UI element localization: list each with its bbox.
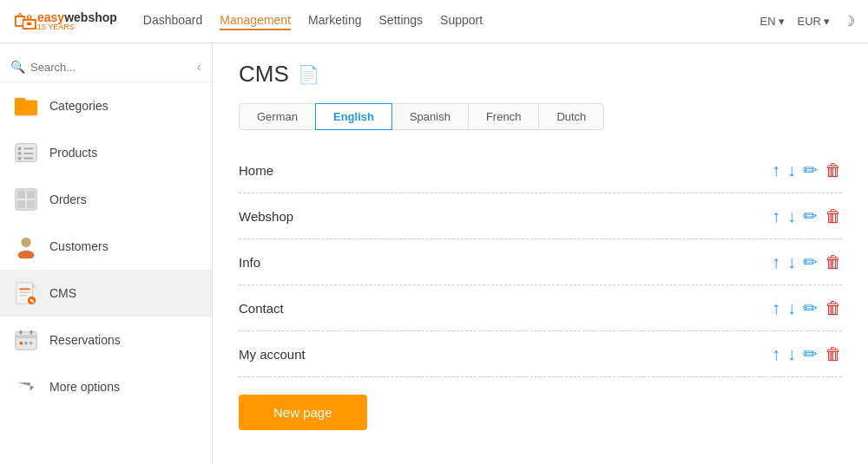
cms-icon: ✎ [13, 280, 39, 306]
reservations-icon [13, 327, 39, 353]
svg-rect-24 [16, 335, 36, 338]
svg-rect-3 [18, 147, 22, 150]
page-title-row: CMS 📄 [239, 61, 842, 88]
svg-marker-17 [32, 283, 36, 288]
nav-right: EN ▾ EUR ▾ ☽ [760, 13, 855, 29]
move-down-webshop-button[interactable]: ↓ [787, 206, 796, 226]
cms-row-label-myaccount: My account [239, 347, 306, 362]
sidebar-label-orders: Orders [49, 193, 87, 206]
move-up-myaccount-button[interactable]: ↑ [772, 344, 780, 364]
delete-home-button[interactable]: 🗑 [825, 160, 842, 180]
cms-row-info: Info ↑ ↓ ✏ 🗑 [239, 239, 842, 285]
nav-management[interactable]: Management [220, 13, 291, 30]
currency-dropdown[interactable]: EUR ▾ [798, 15, 830, 28]
collapse-sidebar-button[interactable]: ‹ [197, 59, 201, 75]
cms-row-contact: Contact ↑ ↓ ✏ 🗑 [239, 285, 842, 331]
delete-info-button[interactable]: 🗑 [825, 252, 842, 272]
cms-actions-info: ↑ ↓ ✏ 🗑 [772, 252, 842, 272]
tab-dutch[interactable]: Dutch [538, 103, 604, 130]
language-dropdown[interactable]: EN ▾ [760, 15, 784, 28]
cms-row-webshop: Webshop ↑ ↓ ✏ 🗑 [239, 193, 842, 239]
cms-row-label-contact: Contact [239, 301, 284, 316]
tab-french[interactable]: French [468, 103, 539, 130]
sidebar-item-more[interactable]: More options [0, 363, 212, 410]
move-down-contact-button[interactable]: ↓ [787, 298, 796, 318]
move-down-myaccount-button[interactable]: ↓ [787, 344, 796, 364]
svg-rect-13 [27, 200, 35, 208]
move-up-contact-button[interactable]: ↑ [772, 298, 780, 318]
search-bar: 🔍 ‹ [0, 52, 212, 82]
cms-actions-myaccount: ↑ ↓ ✏ 🗑 [772, 343, 842, 364]
sidebar-label-products: Products [49, 146, 97, 160]
new-page-button[interactable]: New page [239, 395, 367, 430]
sidebar-item-cms[interactable]: ✎ CMS [0, 270, 212, 317]
folder-icon [13, 93, 39, 119]
customers-icon [13, 233, 39, 259]
cms-row-label-info: Info [239, 255, 260, 270]
svg-rect-10 [17, 191, 25, 199]
edit-info-button[interactable]: ✏ [803, 252, 818, 272]
nav-support[interactable]: Support [440, 13, 483, 30]
sidebar: 🔍 ‹ Categories [0, 43, 213, 464]
nav-settings[interactable]: Settings [379, 13, 424, 30]
currency-chevron-icon: ▾ [824, 15, 830, 28]
svg-point-15 [18, 251, 35, 258]
svg-rect-26 [30, 330, 33, 335]
delete-webshop-button[interactable]: 🗑 [825, 206, 842, 226]
cms-actions-contact: ↑ ↓ ✏ 🗑 [772, 297, 842, 318]
cms-actions-home: ↑ ↓ ✏ 🗑 [772, 160, 842, 180]
more-options-icon [13, 374, 39, 400]
sidebar-item-orders[interactable]: Orders [0, 176, 212, 223]
edit-home-button[interactable]: ✏ [803, 160, 818, 180]
sidebar-item-categories[interactable]: Categories [0, 82, 212, 129]
svg-text:✎: ✎ [30, 297, 35, 305]
svg-rect-8 [23, 158, 33, 160]
svg-rect-4 [23, 147, 33, 149]
svg-rect-25 [20, 330, 23, 335]
tab-spanish[interactable]: Spanish [391, 103, 469, 130]
svg-point-28 [24, 342, 28, 345]
delete-myaccount-button[interactable]: 🗑 [825, 344, 842, 364]
nav-marketing[interactable]: Marketing [308, 13, 361, 30]
edit-webshop-button[interactable]: ✏ [803, 206, 818, 226]
dark-mode-icon[interactable]: ☽ [843, 13, 855, 29]
cms-row-myaccount: My account ↑ ↓ ✏ 🗑 [239, 331, 842, 377]
search-input[interactable] [30, 61, 197, 74]
svg-point-14 [21, 238, 30, 247]
main-nav: Dashboard Management Marketing Settings … [143, 13, 760, 30]
main-layout: 🔍 ‹ Categories [0, 43, 868, 464]
orders-icon [13, 186, 39, 212]
svg-marker-30 [18, 382, 35, 390]
tab-english[interactable]: English [315, 103, 392, 130]
move-up-webshop-button[interactable]: ↑ [772, 206, 780, 226]
content-area: CMS 📄 German English Spanish French Dutc… [213, 43, 868, 464]
sidebar-label-customers: Customers [49, 239, 108, 253]
cms-rows: Home ↑ ↓ ✏ 🗑 Webshop ↑ ↓ ✏ 🗑 Info [239, 147, 842, 377]
sidebar-item-products[interactable]: Products [0, 129, 212, 176]
delete-contact-button[interactable]: 🗑 [825, 298, 842, 318]
nav-dashboard[interactable]: Dashboard [143, 13, 203, 30]
svg-rect-11 [27, 191, 35, 199]
cms-actions-webshop: ↑ ↓ ✏ 🗑 [772, 206, 842, 226]
move-down-home-button[interactable]: ↓ [787, 160, 796, 180]
sidebar-label-more: More options [49, 380, 120, 394]
move-up-info-button[interactable]: ↑ [772, 252, 780, 272]
move-up-home-button[interactable]: ↑ [772, 160, 780, 180]
sidebar-item-reservations[interactable]: Reservations [0, 317, 212, 363]
logo-brand: easywebshop [37, 11, 117, 23]
sidebar-label-reservations: Reservations [49, 333, 121, 347]
logo-bag-icon: 🛍 [13, 7, 37, 36]
edit-myaccount-button[interactable]: ✏ [803, 343, 818, 364]
edit-contact-button[interactable]: ✏ [803, 297, 818, 318]
top-nav: 🛍 easywebshop 15 YEARS Dashboard Managem… [0, 0, 868, 43]
svg-rect-5 [18, 152, 22, 155]
move-down-info-button[interactable]: ↓ [787, 252, 796, 272]
svg-rect-7 [18, 157, 22, 160]
cms-row-label-home: Home [239, 163, 273, 178]
tab-german[interactable]: German [239, 103, 316, 130]
sidebar-item-customers[interactable]: Customers [0, 223, 212, 270]
sidebar-label-cms: CMS [49, 286, 76, 300]
svg-rect-23 [16, 332, 36, 350]
logo: 🛍 easywebshop 15 YEARS [13, 7, 117, 36]
page-title-doc-icon: 📄 [298, 64, 319, 85]
